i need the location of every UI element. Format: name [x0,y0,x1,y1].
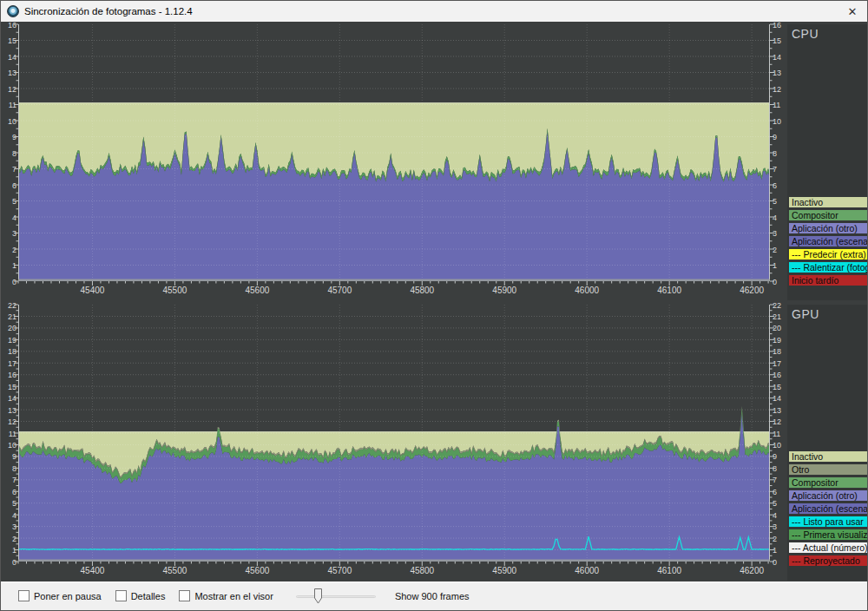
frames-count-label: Show 900 frames [395,591,470,601]
gpu-legend: InactivoOtroCompositorAplicación (otro)A… [789,449,868,568]
x-tick-label: 46100 [657,286,681,295]
x-tick-label: 45600 [245,286,269,295]
legend-item-label: --- Listo para usar [792,516,864,527]
frames-slider[interactable] [296,588,376,604]
legend-item-label: --- Ralentizar (fotogram [792,262,868,273]
x-tick-label: 45800 [410,566,434,575]
legend-item: Aplicación (escena) [789,236,868,246]
legend-item: --- Predecir (extra) [789,249,868,260]
bottom-toolbar: Poner en pausa Detalles Mostrar en el vi… [1,581,867,610]
titlebar[interactable]: Sincronización de fotogramas - 1.12.4 ✕ [1,1,867,22]
legend-item-label: Compositor [792,477,838,488]
pause-checkbox[interactable] [18,590,30,601]
x-tick-label: 45500 [163,566,187,575]
cpu-chart-svg [18,24,770,281]
app-icon [7,5,19,17]
x-tick-label: 45400 [81,286,105,295]
details-checkbox[interactable] [115,590,127,601]
x-tick-label: 45900 [492,566,516,575]
cpu-legend-panel: CPU InactivoCompositorAplicación (otro)A… [787,24,868,300]
show-in-headset-checkbox-label: Mostrar en el visor [194,591,273,601]
legend-item: --- Primera visualizaci [789,529,868,540]
legend-item-label: Aplicación (otro) [792,223,858,233]
x-tick-label: 46200 [740,566,764,575]
legend-item-label: --- Reproyectado [792,555,860,566]
frames-slider-thumb[interactable] [313,588,323,604]
pause-checkbox-group: Poner en pausa [18,590,102,601]
x-tick-label: 45900 [492,286,516,295]
x-tick-label: 46000 [575,286,599,295]
cpu-legend: InactivoCompositorAplicación (otro)Aplic… [789,194,868,288]
pause-checkbox-label: Poner en pausa [34,591,102,601]
frames-slider-groove[interactable] [296,595,376,598]
legend-item: Aplicación (otro) [789,223,868,233]
cpu-chart-section: 012345678910111213141516 454004550045600… [1,24,867,300]
legend-item: --- Listo para usar [789,516,868,527]
details-checkbox-group: Detalles [115,590,166,601]
legend-item-label: Compositor [792,210,838,220]
x-tick-label: 45400 [81,566,105,575]
gpu-x-axis-labels: 4540045500456004570045800459004600046100… [18,562,770,581]
gpu-legend-panel: GPU InactivoOtroCompositorAplicación (ot… [787,305,868,581]
legend-item: Otro [789,464,868,475]
show-in-headset-checkbox-group: Mostrar en el visor [179,590,273,601]
legend-item: --- Actual (número) [789,542,868,553]
gpu-chart-section: 012345678910111213141516171819202122 454… [1,305,867,581]
gpu-chart-svg [18,305,770,562]
legend-item-label: Inicio tardío [792,275,838,286]
legend-item: Compositor [789,477,868,488]
show-in-headset-checkbox[interactable] [179,590,190,601]
close-button[interactable]: ✕ [838,1,867,22]
x-tick-label: 45600 [245,566,269,575]
legend-item: Aplicación (otro) [789,490,868,501]
legend-item-label: Otro [792,464,809,475]
legend-item-label: Aplicación (escena) [792,503,868,514]
cpu-title: CPU [787,24,868,41]
legend-item: Aplicación (escena) [789,503,868,514]
legend-item: Inactivo [789,451,868,462]
x-tick-label: 45700 [327,566,352,575]
legend-item-label: --- Predecir (extra) [792,249,866,260]
cpu-plot [18,24,770,281]
legend-item-label: Aplicación (otro) [792,490,858,501]
x-tick-label: 45500 [163,286,187,295]
gpu-title: GPU [787,305,868,321]
x-tick-label: 45700 [327,286,352,295]
legend-item: Compositor [789,210,868,220]
frame-timing-window: Sincronización de fotogramas - 1.12.4 ✕ … [0,0,868,611]
x-tick-label: 46000 [575,566,599,575]
window-title: Sincronización de fotogramas - 1.12.4 [24,6,838,16]
legend-item: Inicio tardío [789,275,868,286]
x-tick-label: 46100 [657,566,681,575]
legend-item: Inactivo [789,197,868,207]
legend-item-label: Inactivo [792,197,823,207]
legend-item-label: Inactivo [792,451,823,462]
gpu-plot [18,305,770,562]
charts-area: 012345678910111213141516 454004550045600… [1,22,867,581]
x-tick-label: 46200 [740,286,764,295]
legend-item-label: Aplicación (escena) [792,236,868,246]
x-tick-label: 45800 [410,286,434,295]
legend-item-label: --- Actual (número) [792,542,868,553]
legend-item-label: --- Primera visualizaci [792,529,868,540]
legend-item: --- Reproyectado [789,555,868,566]
cpu-x-axis-labels: 4540045500456004570045800459004600046100… [18,281,770,300]
details-checkbox-label: Detalles [131,591,166,601]
legend-item: --- Ralentizar (fotogram [789,262,868,273]
